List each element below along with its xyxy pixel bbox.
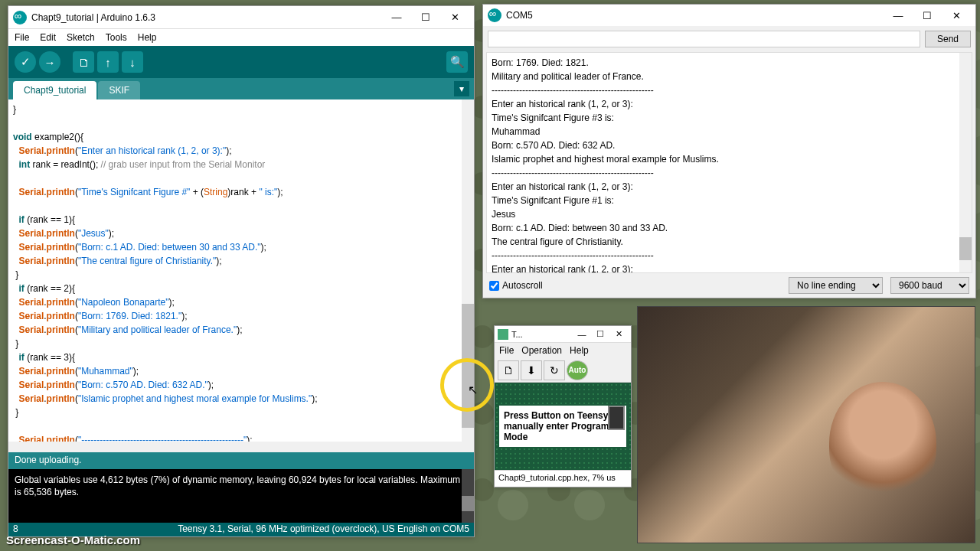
- tn-status: Chapt9_tutorial.cpp.hex, 7% us: [495, 470, 631, 487]
- console-scrollbar[interactable]: [462, 469, 474, 523]
- code-vscrollbar[interactable]: [462, 99, 474, 452]
- board-info: Teensy 3.1, Serial, 96 MHz optimized (ov…: [178, 523, 469, 536]
- menu-edit[interactable]: Edit: [40, 32, 56, 43]
- tn-close-button[interactable]: ✕: [609, 328, 628, 341]
- new-button[interactable]: 🗋: [73, 51, 94, 73]
- tn-program-button[interactable]: ⬇: [521, 360, 542, 380]
- tab-main[interactable]: Chapt9_tutorial: [13, 81, 96, 99]
- menu-help[interactable]: Help: [138, 32, 157, 43]
- ide-menubar: File Edit Sketch Tools Help: [8, 29, 474, 46]
- sm-minimize-button[interactable]: —: [884, 7, 913, 24]
- close-button[interactable]: ✕: [440, 9, 469, 26]
- watermark: Screencast-O-Matic.com: [6, 533, 140, 546]
- tn-open-hex-button[interactable]: 🗋: [498, 360, 519, 380]
- menu-file[interactable]: File: [15, 32, 29, 43]
- open-button[interactable]: ↑: [97, 51, 119, 73]
- sm-maximize-button[interactable]: ☐: [913, 7, 942, 24]
- serial-monitor-button[interactable]: 🔍: [446, 51, 468, 73]
- console-scroll-thumb[interactable]: [462, 496, 474, 511]
- tn-maximize-button[interactable]: ☐: [591, 328, 609, 341]
- tn-titlebar[interactable]: T... — ☐ ✕: [495, 326, 631, 343]
- serial-input[interactable]: [488, 31, 920, 47]
- tn-menu-help[interactable]: Help: [570, 345, 589, 356]
- send-button[interactable]: Send: [925, 31, 971, 47]
- cursor-icon: ↖: [468, 383, 478, 397]
- tn-menu-operation[interactable]: Operation: [521, 345, 562, 356]
- sm-title: COM5: [506, 10, 884, 21]
- teensy-chip-icon: [608, 406, 625, 430]
- line-ending-select[interactable]: No line ending: [789, 277, 883, 294]
- menu-tools[interactable]: Tools: [106, 32, 127, 43]
- minimize-button[interactable]: —: [382, 9, 411, 26]
- tn-reboot-button[interactable]: ↻: [544, 360, 565, 380]
- ide-titlebar[interactable]: Chapt9_tutorial | Arduino 1.6.3 — ☐ ✕: [8, 6, 474, 29]
- tn-menu-file[interactable]: File: [499, 345, 514, 356]
- verify-button[interactable]: ✓: [15, 51, 36, 73]
- ide-toolbar: ✓ → 🗋 ↑ ↓ 🔍: [8, 46, 474, 78]
- tn-minimize-button[interactable]: —: [573, 328, 591, 341]
- code-editor[interactable]: } void example2(){ Serial.println("Enter…: [8, 99, 474, 452]
- tab-menu-button[interactable]: ▾: [454, 81, 469, 96]
- upload-button[interactable]: →: [39, 51, 60, 73]
- ide-tabs: Chapt9_tutorial SKIF ▾: [8, 78, 474, 99]
- autoscroll-checkbox[interactable]: Autoscroll: [489, 280, 543, 291]
- serial-output[interactable]: Born: 1769. Died: 1821. Military and pol…: [486, 52, 972, 273]
- tn-menubar: File Operation Help: [495, 343, 631, 358]
- maximize-button[interactable]: ☐: [411, 9, 440, 26]
- tn-toolbar: 🗋 ⬇ ↻ Auto: [495, 358, 631, 383]
- sm-scroll-thumb[interactable]: [959, 237, 972, 260]
- teensy-icon: [498, 329, 508, 340]
- arduino-ide-window: Chapt9_tutorial | Arduino 1.6.3 — ☐ ✕ Fi…: [8, 5, 475, 537]
- tab-skif[interactable]: SKIF: [98, 81, 140, 99]
- save-button[interactable]: ↓: [122, 51, 143, 73]
- teensy-loader-window: T... — ☐ ✕ File Operation Help 🗋 ⬇ ↻ Aut…: [494, 325, 632, 487]
- ide-title: Chapt9_tutorial | Arduino 1.6.3: [31, 12, 382, 23]
- serial-output-text: Born: 1769. Died: 1821. Military and pol…: [492, 57, 719, 273]
- menu-sketch[interactable]: Sketch: [67, 32, 95, 43]
- sm-titlebar[interactable]: COM5 — ☐ ✕: [483, 5, 975, 26]
- sm-close-button[interactable]: ✕: [942, 7, 971, 24]
- ide-console[interactable]: Global variables use 4,612 bytes (7%) of…: [8, 469, 474, 523]
- serial-monitor-window: COM5 — ☐ ✕ Send Born: 1769. Died: 1821. …: [482, 4, 976, 298]
- arduino-icon: [488, 8, 501, 22]
- sm-scrollbar[interactable]: [959, 53, 972, 272]
- tn-auto-button[interactable]: Auto: [567, 360, 588, 380]
- ide-status-upload: Done uploading.: [8, 452, 474, 469]
- code-hscrollbar[interactable]: [8, 442, 462, 452]
- arduino-icon: [13, 11, 27, 24]
- code-vscroll-thumb[interactable]: [462, 304, 474, 427]
- webcam-feed: [637, 306, 975, 543]
- tn-body: Press Button on Teensy to manually enter…: [495, 383, 631, 470]
- console-text: Global variables use 4,612 bytes (7%) of…: [15, 474, 460, 497]
- presenter-face: [829, 382, 936, 504]
- baud-rate-select[interactable]: 9600 baud: [890, 277, 969, 294]
- tn-title: T...: [511, 330, 573, 339]
